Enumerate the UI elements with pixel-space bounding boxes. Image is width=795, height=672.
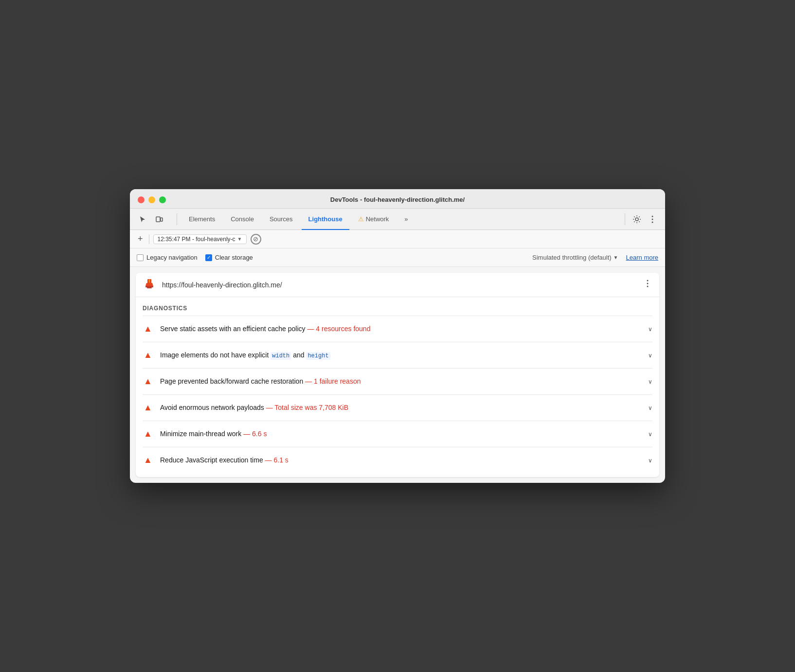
audit-label-bfcache: Page prevented back/forward cache restor…: [160, 377, 303, 385]
diagnostics-header: DIAGNOSTICS: [136, 297, 659, 316]
devtools-window: DevTools - foul-heavenly-direction.glitc…: [130, 189, 665, 483]
right-separator: [625, 213, 625, 225]
svg-point-4: [652, 218, 653, 220]
chevron-down-icon: ▼: [237, 236, 242, 242]
lighthouse-toolbar: + 12:35:47 PM - foul-heavenly-c ▼ ⊘: [130, 230, 665, 248]
tab-separator: [177, 213, 177, 225]
close-button[interactable]: [138, 196, 145, 203]
network-warning-icon: ⚠: [358, 215, 364, 223]
bottom-padding: [136, 473, 659, 477]
audit-detail-js: — 6.1 s: [265, 456, 289, 464]
audit-text-js: Reduce JavaScript execution time — 6.1 s: [160, 456, 641, 465]
audit-row-js-execution[interactable]: ▲ Reduce JavaScript execution time — 6.1…: [136, 447, 659, 473]
expand-icon-cache[interactable]: ∨: [648, 326, 652, 333]
svg-rect-0: [156, 217, 160, 222]
svg-rect-8: [145, 286, 153, 287]
warning-icon-js: ▲: [143, 455, 153, 465]
tab-elements[interactable]: Elements: [182, 209, 222, 230]
titlebar: DevTools - foul-heavenly-direction.glitc…: [130, 189, 665, 209]
url-bar: https://foul-heavenly-direction.glitch.m…: [136, 273, 659, 297]
audit-row-network-payloads[interactable]: ▲ Avoid enormous network payloads — Tota…: [136, 395, 659, 421]
kebab-menu-icon[interactable]: [646, 212, 659, 226]
minimize-button[interactable]: [148, 196, 155, 203]
tab-lighthouse[interactable]: Lighthouse: [302, 209, 349, 230]
audit-label-js: Reduce JavaScript execution time: [160, 456, 263, 464]
audit-detail-main-thread: — 6.6 s: [243, 430, 267, 438]
audit-row-cache-policy[interactable]: ▲ Serve static assets with an efficient …: [136, 316, 659, 342]
svg-point-13: [647, 283, 649, 284]
audit-label-image-before: Image elements do not have explicit: [160, 351, 271, 359]
code-width: width: [271, 352, 291, 360]
traffic-lights: [138, 196, 166, 203]
svg-rect-9: [147, 287, 152, 288]
timestamp-dropdown[interactable]: 12:35:47 PM - foul-heavenly-c ▼: [153, 234, 247, 244]
tab-sources[interactable]: Sources: [263, 209, 300, 230]
warning-icon-payloads: ▲: [143, 403, 153, 413]
throttling-text: Simulated throttling (default): [532, 254, 612, 261]
audit-label-cache: Serve static assets with an efficient ca…: [160, 325, 306, 333]
audit-text-bfcache: Page prevented back/forward cache restor…: [160, 377, 641, 387]
tabbar: Elements Console Sources Lighthouse ⚠ Ne…: [130, 209, 665, 230]
audit-label-payloads: Avoid enormous network payloads: [160, 404, 264, 411]
learn-more-link[interactable]: Learn more: [626, 254, 658, 261]
expand-icon-image[interactable]: ∨: [648, 352, 652, 359]
audit-text-cache: Serve static assets with an efficient ca…: [160, 324, 641, 334]
svg-rect-11: [149, 281, 150, 283]
audit-row-image-dims[interactable]: ▲ Image elements do not have explicit wi…: [136, 342, 659, 368]
main-panel: https://foul-heavenly-direction.glitch.m…: [136, 273, 659, 477]
page-url: https://foul-heavenly-direction.glitch.m…: [162, 281, 637, 289]
clear-storage-label: Clear storage: [215, 254, 253, 261]
legacy-navigation-label: Legacy navigation: [146, 254, 198, 261]
audit-text-main-thread: Minimize main-thread work — 6.6 s: [160, 429, 641, 439]
audit-detail-bfcache: — 1 failure reason: [305, 377, 361, 385]
svg-point-5: [652, 221, 653, 223]
clear-storage-box[interactable]: ✓: [205, 254, 212, 261]
code-height: height: [306, 352, 330, 360]
throttling-chevron-icon: ▼: [614, 255, 618, 260]
audit-row-bfcache[interactable]: ▲ Page prevented back/forward cache rest…: [136, 369, 659, 394]
audit-detail-payloads: — Total size was 7,708 KiB: [266, 404, 348, 411]
expand-icon-js[interactable]: ∨: [648, 457, 652, 464]
block-icon-symbol: ⊘: [253, 235, 258, 243]
expand-icon-payloads[interactable]: ∨: [648, 405, 652, 411]
tab-console[interactable]: Console: [224, 209, 261, 230]
throttling-dropdown[interactable]: Simulated throttling (default) ▼: [532, 254, 618, 261]
svg-point-3: [652, 215, 653, 217]
audit-text-image: Image elements do not have explicit widt…: [160, 351, 641, 360]
audit-row-main-thread[interactable]: ▲ Minimize main-thread work — 6.6 s ∨: [136, 421, 659, 447]
window-title: DevTools - foul-heavenly-direction.glitc…: [330, 196, 465, 203]
clear-storage-checkbox[interactable]: ✓ Clear storage: [205, 254, 253, 261]
add-icon[interactable]: +: [136, 234, 145, 244]
tab-more[interactable]: »: [398, 209, 415, 230]
settings-icon[interactable]: [630, 212, 644, 226]
tabbar-right: [622, 212, 659, 226]
warning-icon-image: ▲: [143, 350, 153, 360]
maximize-button[interactable]: [159, 196, 166, 203]
svg-rect-1: [161, 218, 163, 221]
audit-label-image-mid: and: [291, 351, 306, 359]
svg-marker-7: [145, 283, 153, 286]
device-icon[interactable]: [152, 212, 166, 226]
svg-point-2: [635, 218, 638, 221]
tab-network[interactable]: ⚠ Network: [351, 209, 396, 230]
legacy-navigation-box[interactable]: [137, 254, 144, 261]
expand-icon-main-thread[interactable]: ∨: [648, 431, 652, 438]
svg-point-14: [647, 286, 649, 287]
warning-icon-bfcache: ▲: [143, 376, 153, 387]
svg-point-12: [647, 280, 649, 282]
options-bar: Legacy navigation ✓ Clear storage Simula…: [130, 248, 665, 267]
warning-icon-main-thread: ▲: [143, 429, 153, 439]
warning-icon-cache: ▲: [143, 324, 153, 334]
expand-icon-bfcache[interactable]: ∨: [648, 378, 652, 385]
audit-label-main-thread: Minimize main-thread work: [160, 430, 241, 438]
toolbar-separator: [149, 234, 149, 244]
url-more-menu-icon[interactable]: [643, 278, 652, 292]
devtools-toolbar-icons: [136, 212, 166, 226]
audit-text-payloads: Avoid enormous network payloads — Total …: [160, 403, 641, 413]
legacy-navigation-checkbox[interactable]: Legacy navigation: [137, 254, 198, 261]
timestamp-text: 12:35:47 PM - foul-heavenly-c: [158, 236, 235, 243]
lighthouse-logo-icon: [143, 278, 156, 292]
audit-detail-cache: — 4 resources found: [307, 325, 370, 333]
block-requests-icon[interactable]: ⊘: [251, 234, 261, 245]
cursor-icon[interactable]: [136, 212, 149, 226]
